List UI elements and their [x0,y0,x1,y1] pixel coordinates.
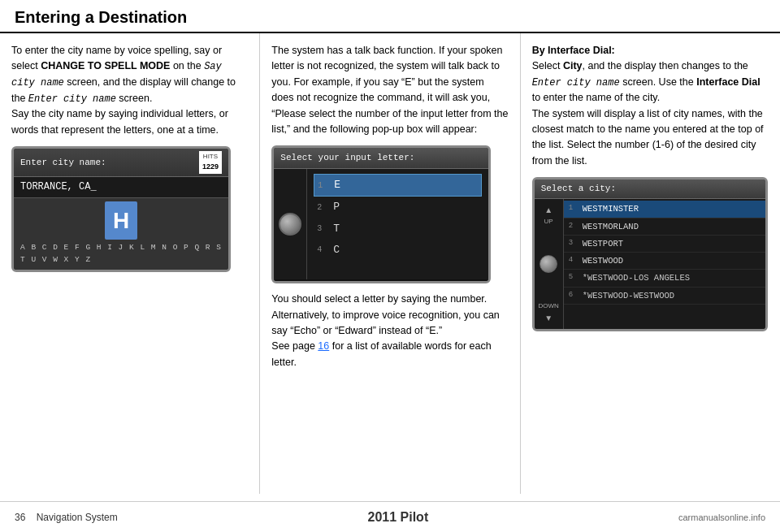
screen2-dial-icon [279,213,301,236]
footer-center: 2011 Pilot [368,510,429,525]
screen-select-city: Select a city: ▲ UP DOWN ▼ 1 [532,177,768,331]
enter-city-name-ref1: Enter city name [28,93,116,105]
city-list: 1 WESTMINSTER 2 WESTMORLAND 3 WESTPORT 4… [564,199,765,329]
letter-num-1: 1 [318,179,329,192]
city-name-4: WESTWOOD [583,254,623,267]
city-num-2: 2 [569,221,578,232]
enter-city-name-ref2: Enter city name [532,77,620,89]
letter-num-4: 4 [317,244,328,257]
page-number: 36 [15,512,25,523]
screen3-body: ▲ UP DOWN ▼ 1 WESTMINSTER 2 [535,199,765,329]
screen2-body: 1 E 2 P 3 T 4 C [274,169,488,279]
change-to-spell-mode: CHANGE TO SPELL MODE [41,60,170,71]
col1-para1: To enter the city name by voice spelling… [11,43,248,106]
city-num-3: 3 [569,238,578,249]
screen2-letter-list: 1 E 2 P 3 T 4 C [307,169,488,279]
screen2-header-text: Select your input letter: [280,153,414,162]
column-2: The system has a talk back function. If … [260,33,520,494]
city-name-6: *WESTWOOD-WESTWOOD [583,289,674,302]
main-content: To enter the city name by voice spelling… [0,33,780,494]
down-label: DOWN [538,301,558,311]
screen3-header-text: Select a city: [541,184,616,193]
screen1-header: Enter city name: HITS 1229 [14,149,228,177]
city-item-4[interactable]: 4 WESTWOOD [564,253,765,270]
screen1-input: TORRANCE, CA_ [14,177,228,198]
col3-para1: By Interface Dial: Select City, and the … [532,43,769,106]
screen3-header: Select a city: [535,179,765,199]
col2-para1: The system has a talk back function. If … [271,43,508,137]
screen1-header-text: Enter city name: [20,156,106,170]
screen1-bottom: 123 | DELETE →() [14,270,228,272]
letter-item-4: 4 C [314,240,482,261]
footer-right-text: carmanualsonline.info [678,513,765,522]
interface-dial-bold: Interface Dial [696,76,760,88]
city-item-2[interactable]: 2 WESTMORLAND [564,218,765,236]
city-bold: City [563,60,583,71]
letter-val-1: E [334,177,340,193]
down-button: DOWN ▼ [538,301,558,324]
city-item-1[interactable]: 1 WESTMINSTER [564,201,765,218]
col3-para2: The system will display a list of city n… [532,106,769,170]
page-header: Entering a Destination [0,0,780,33]
screen1-keyboard: H A B C D E F G H I J K L M N O P Q R S … [14,198,228,270]
city-name-1: WESTMINSTER [583,202,639,215]
page-title: Entering a Destination [15,8,765,27]
city-num-1: 1 [569,203,578,214]
city-num-6: 6 [569,290,578,301]
column-3: By Interface Dial: Select City, and the … [521,33,780,494]
by-interface-dial-label: By Interface Dial: [532,45,615,56]
footer-left: 36 Navigation System [15,512,118,523]
col2-para4: See page 16 for a list of available word… [271,339,508,370]
keyboard-row: A B C D E F G H I J K L M N O P Q R S T … [20,242,222,266]
letter-val-4: C [333,242,340,258]
city-item-5[interactable]: 5 *WESTWOOD-LOS ANGELES [564,270,765,287]
letter-num-3: 3 [317,223,328,236]
page-link-16[interactable]: 16 [318,340,329,352]
page-footer: 36 Navigation System 2011 Pilot carmanua… [0,501,780,532]
screen3-dial-icon [540,255,557,273]
screen3-left: ▲ UP DOWN ▼ [535,199,564,329]
city-item-3[interactable]: 3 WESTPORT [564,236,765,253]
col2-para2: You should select a letter by saying the… [271,292,508,307]
city-name-2: WESTMORLAND [583,220,639,233]
footer-right: carmanualsonline.info [678,513,765,522]
letter-item-2: 2 P [314,197,482,218]
letter-item-3: 3 T [314,218,482,240]
city-name-5: *WESTWOOD-LOS ANGELES [583,271,690,284]
col1-para2: Say the city name by saying individual l… [11,106,248,138]
screen2-left [274,169,307,279]
screen-select-input-letter: Select your input letter: 1 E 2 P [271,145,491,283]
city-name-3: WESTPORT [583,237,623,250]
hits-count: 1229 [202,162,219,173]
delete-button: DELETE [100,271,150,272]
up-button: ▲ UP [544,204,553,227]
footer-center-text: 2011 Pilot [368,510,429,524]
letter-item-1: 1 E [314,174,482,197]
screen2-bottom-text: 123 | | →() [280,281,329,283]
nav-label: Navigation System [37,512,118,523]
city-num-4: 4 [569,255,578,266]
up-label: UP [544,217,553,227]
letter-val-3: T [333,221,340,237]
hits-box: HITS 1229 [199,151,222,174]
letter-val-2: P [333,199,340,215]
city-item-6[interactable]: 6 *WESTWOOD-WESTWOOD [564,288,765,305]
selected-letter: H [105,201,137,240]
screen2-bottom: 123 | | →() [274,279,488,283]
col2-para3: Alternatively, to improve voice recognit… [271,308,508,340]
screen2-header: Select your input letter: [274,148,488,169]
screen1-input-text: TORRANCE, CA_ [20,181,97,192]
hits-label: HITS [202,152,219,162]
city-num-5: 5 [569,272,578,283]
column-1: To enter the city name by voice spelling… [0,33,260,494]
letter-num-2: 2 [317,201,328,214]
screen-enter-city-name: Enter city name: HITS 1229 TORRANCE, CA_… [11,146,231,272]
